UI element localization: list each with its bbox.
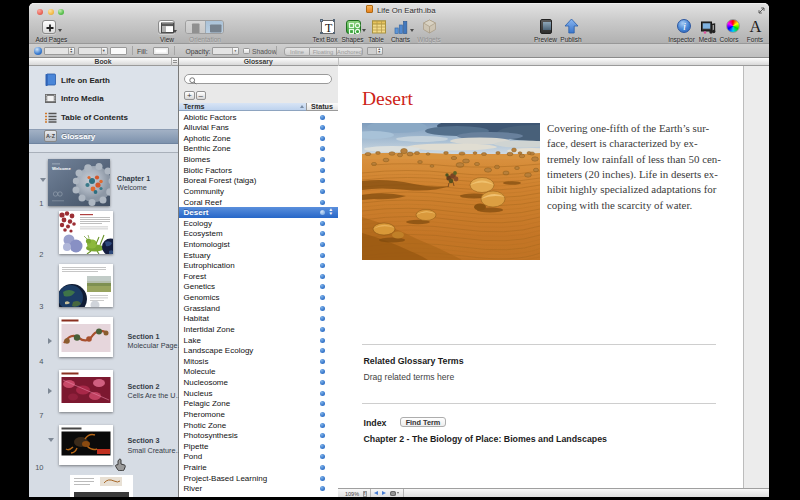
svg-text:Welcome: Welcome [52,166,71,171]
